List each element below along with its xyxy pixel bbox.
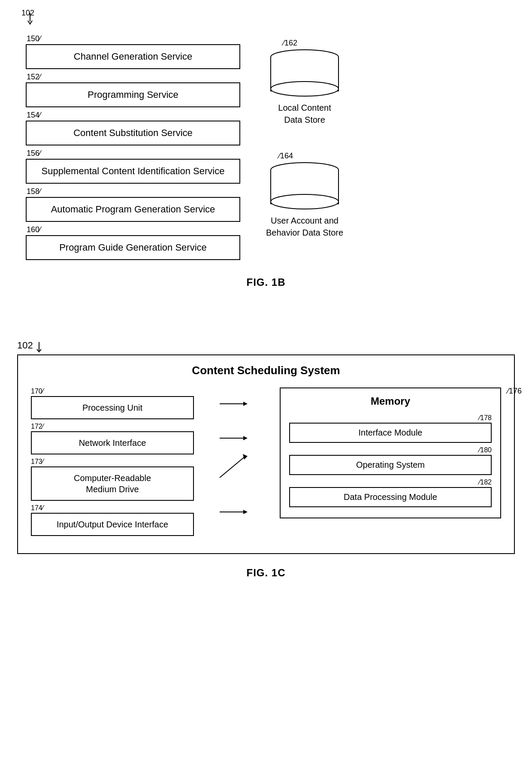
module-box-io-device: Input/Output Device Interface bbox=[31, 513, 194, 536]
css-title: Content Scheduling System bbox=[31, 364, 501, 377]
mem-module-box-interface: Interface Module bbox=[289, 423, 492, 443]
fig1b-arrow-102 bbox=[17, 9, 43, 26]
datastore-num-162: ∕162 bbox=[283, 39, 297, 48]
service-item-150: 150∕ Channel Generation Service bbox=[26, 34, 240, 69]
module-num-174: 174∕ bbox=[31, 504, 194, 512]
mem-module-box-data-processing: Data Processing Module bbox=[289, 487, 492, 507]
mem-module-num-180: ∕180 bbox=[289, 446, 492, 454]
service-box-content-sub: Content Substitution Service bbox=[26, 121, 240, 145]
fig1c-title: FIG. 1C bbox=[17, 567, 515, 579]
fig1c-diagram: 102 Content Scheduling System 170∕ Proce… bbox=[17, 340, 515, 605]
module-num-170: 170∕ bbox=[31, 388, 194, 395]
module-box-processing-unit: Processing Unit bbox=[31, 396, 194, 419]
fig1b-diagram: 102 150∕ Channel Generation Service 152∕… bbox=[17, 9, 515, 314]
svg-marker-9 bbox=[243, 454, 248, 460]
memory-title: Memory bbox=[289, 395, 492, 407]
svg-marker-11 bbox=[243, 510, 248, 514]
datastore-item-162: ∕162 Local ContentData Store bbox=[270, 39, 339, 126]
memory-modules-list: ∕178 Interface Module ∕180 Operating Sys… bbox=[289, 414, 492, 507]
datastore-name-162: Local ContentData Store bbox=[278, 102, 331, 126]
module-num-172: 172∕ bbox=[31, 423, 194, 430]
svg-marker-7 bbox=[243, 436, 248, 440]
services-column: 150∕ Channel Generation Service 152∕ Pro… bbox=[26, 34, 240, 263]
module-item-174: 174∕ Input/Output Device Interface bbox=[31, 504, 194, 536]
datastore-num-164: ∕164 bbox=[279, 151, 293, 160]
service-item-154: 154∕ Content Substitution Service bbox=[26, 111, 240, 145]
module-item-172: 172∕ Network Interface bbox=[31, 423, 194, 454]
datastore-item-164: ∕164 User Account andBehavior Data Store bbox=[266, 151, 343, 239]
module-num-173: 173∕ bbox=[31, 458, 194, 466]
service-item-152: 152∕ Programming Service bbox=[26, 73, 240, 107]
service-item-158: 158∕ Automatic Program Generation Servic… bbox=[26, 187, 240, 222]
fig1c-arrow-102 bbox=[35, 340, 52, 353]
service-box-program-guide: Program Guide Generation Service bbox=[26, 235, 240, 260]
mem-module-item-182: ∕182 Data Processing Module bbox=[289, 478, 492, 507]
mem-module-num-178: ∕178 bbox=[289, 414, 492, 422]
mem-module-item-178: ∕178 Interface Module bbox=[289, 414, 492, 443]
mem-module-num-182: ∕182 bbox=[289, 478, 492, 486]
cylinder-bottom-ellipse-162 bbox=[270, 81, 339, 97]
cylinder-162 bbox=[270, 49, 339, 97]
service-num-150: 150∕ bbox=[27, 34, 240, 43]
fig1c-ref-102: 102 bbox=[17, 340, 33, 351]
service-num-152: 152∕ bbox=[27, 73, 240, 82]
fig1b-inner-layout: 150∕ Channel Generation Service 152∕ Pro… bbox=[17, 34, 515, 263]
service-num-160: 160∕ bbox=[27, 225, 240, 234]
module-box-computer-readable: Computer-ReadableMedium Drive bbox=[31, 466, 194, 501]
memory-box: ∕176 Memory ∕178 Interface Module ∕180 O… bbox=[280, 388, 501, 518]
memory-num-176: ∕176 bbox=[508, 387, 522, 396]
svg-point-3 bbox=[271, 194, 339, 209]
service-box-supplemental: Supplemental Content Identification Serv… bbox=[26, 159, 240, 184]
service-box-channel-gen: Channel Generation Service bbox=[26, 44, 240, 69]
mem-module-box-os: Operating System bbox=[289, 455, 492, 475]
datastores-column: ∕162 Local ContentData Store ∕ bbox=[266, 34, 343, 239]
datastore-name-164: User Account andBehavior Data Store bbox=[266, 215, 343, 239]
svg-point-1 bbox=[271, 82, 339, 96]
cylinder-164 bbox=[270, 162, 339, 209]
service-item-160: 160∕ Program Guide Generation Service bbox=[26, 225, 240, 260]
css-inner-layout: 170∕ Processing Unit 172∕ Network Interf… bbox=[31, 388, 501, 536]
svg-marker-5 bbox=[243, 402, 248, 406]
service-item-156: 156∕ Supplemental Content Identification… bbox=[26, 149, 240, 184]
content-scheduling-system-box: Content Scheduling System 170∕ Processin… bbox=[17, 354, 515, 554]
mem-module-item-180: ∕180 Operating System bbox=[289, 446, 492, 475]
module-item-173: 173∕ Computer-ReadableMedium Drive bbox=[31, 458, 194, 501]
connector-arrows-area bbox=[220, 388, 254, 536]
service-num-158: 158∕ bbox=[27, 187, 240, 196]
module-item-170: 170∕ Processing Unit bbox=[31, 388, 194, 419]
fig1b-title: FIG. 1B bbox=[17, 276, 515, 288]
service-num-156: 156∕ bbox=[27, 149, 240, 158]
service-num-154: 154∕ bbox=[27, 111, 240, 120]
left-modules-column: 170∕ Processing Unit 172∕ Network Interf… bbox=[31, 388, 194, 536]
connector-svg bbox=[220, 388, 254, 525]
svg-line-8 bbox=[220, 456, 245, 478]
module-box-network-interface: Network Interface bbox=[31, 431, 194, 454]
service-box-programming: Programming Service bbox=[26, 82, 240, 107]
service-box-auto-program: Automatic Program Generation Service bbox=[26, 197, 240, 222]
cylinder-bottom-ellipse-164 bbox=[270, 194, 339, 209]
